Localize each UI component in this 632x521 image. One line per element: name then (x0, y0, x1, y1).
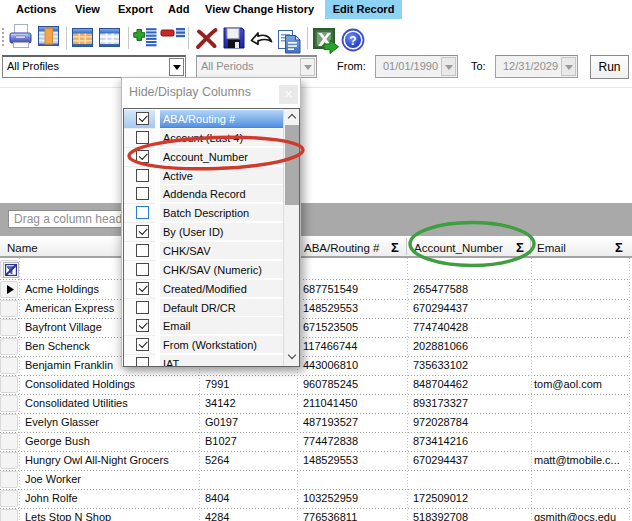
svg-text:?: ? (349, 34, 356, 48)
